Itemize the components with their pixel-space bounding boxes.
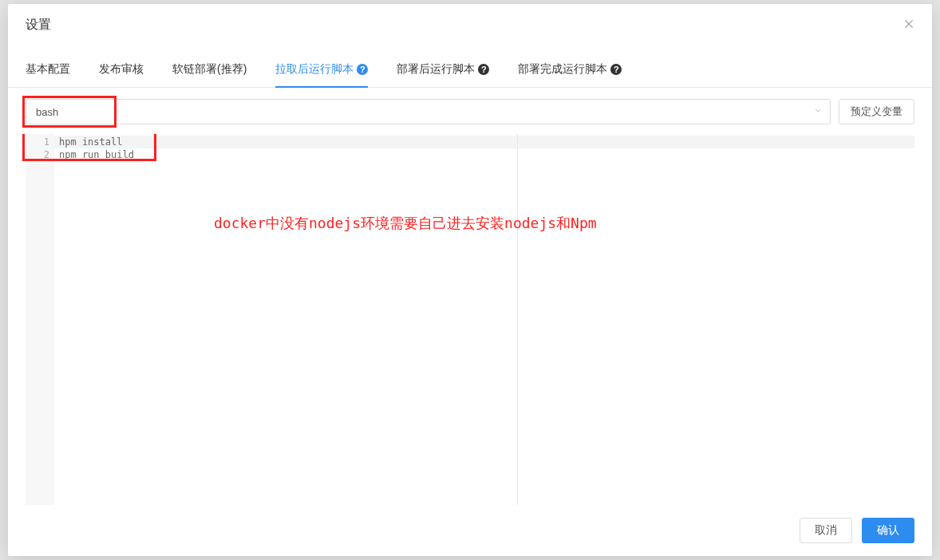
help-icon[interactable]: ? xyxy=(357,64,368,75)
tab-label: 部署完成运行脚本 xyxy=(518,62,607,77)
modal-footer: 取消 确认 xyxy=(8,505,932,556)
code-editor[interactable]: 1 2 hpm install npm run build docker中没有n… xyxy=(26,134,914,505)
code-line: hpm install xyxy=(54,136,914,148)
tab-label: 发布审核 xyxy=(99,62,144,77)
tab-label: 软链部署(推荐) xyxy=(172,62,247,77)
settings-modal: 设置 基本配置 发布审核 软链部署(推荐) 拉取后运行脚本 ? xyxy=(8,4,932,556)
tab-publish-review[interactable]: 发布审核 xyxy=(99,62,144,88)
shell-select-value: bash xyxy=(36,106,58,118)
tab-label: 拉取后运行脚本 xyxy=(275,62,353,77)
shell-select-wrapper: bash xyxy=(26,99,831,124)
cancel-button[interactable]: 取消 xyxy=(800,518,852,543)
tab-post-fetch-script[interactable]: 拉取后运行脚本 ? xyxy=(275,62,368,88)
user-annotation-text: docker中没有nodejs环境需要自己进去安装nodejs和Npm xyxy=(214,217,597,230)
tab-label: 基本配置 xyxy=(26,62,70,77)
modal-title: 设置 xyxy=(26,17,51,34)
shell-select[interactable]: bash xyxy=(26,99,831,124)
line-number-gutter: 1 2 xyxy=(26,134,54,505)
tabs-bar: 基本配置 发布审核 软链部署(推荐) 拉取后运行脚本 ? 部署后运行脚本 ? 部… xyxy=(8,43,932,88)
predefined-variables-button[interactable]: 预定义变量 xyxy=(839,99,914,124)
help-icon[interactable]: ? xyxy=(610,64,622,75)
shell-toolbar: bash 预定义变量 xyxy=(8,88,932,134)
tab-basic-config[interactable]: 基本配置 xyxy=(26,62,70,88)
modal-header: 设置 xyxy=(8,4,932,43)
tab-softlink-deploy[interactable]: 软链部署(推荐) xyxy=(172,62,247,88)
tab-post-deploy-script[interactable]: 部署后运行脚本 ? xyxy=(397,62,489,88)
line-number: 1 xyxy=(26,136,49,148)
tab-label: 部署后运行脚本 xyxy=(397,62,475,77)
code-line: npm run build xyxy=(59,148,910,161)
editor-column-divider xyxy=(517,134,518,505)
modal-backdrop: 设置 基本配置 发布审核 软链部署(推荐) 拉取后运行脚本 ? xyxy=(0,0,940,560)
line-number: 2 xyxy=(26,148,49,161)
tab-deploy-complete-script[interactable]: 部署完成运行脚本 ? xyxy=(518,62,622,88)
code-editor-wrapper: 1 2 hpm install npm run build docker中没有n… xyxy=(8,134,932,505)
code-text-area[interactable]: hpm install npm run build docker中没有nodej… xyxy=(54,134,914,505)
confirm-button[interactable]: 确认 xyxy=(862,518,914,543)
close-icon[interactable] xyxy=(903,18,914,32)
help-icon[interactable]: ? xyxy=(478,64,489,75)
chevron-down-icon xyxy=(813,106,823,118)
